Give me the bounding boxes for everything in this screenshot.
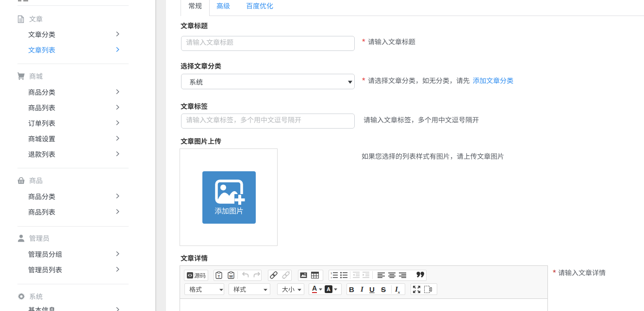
svg-text:T: T [218,274,220,278]
svg-text:1: 1 [330,272,332,275]
svg-text:2: 2 [330,277,332,279]
svg-text:W: W [229,274,233,278]
svg-text:A: A [327,286,330,292]
